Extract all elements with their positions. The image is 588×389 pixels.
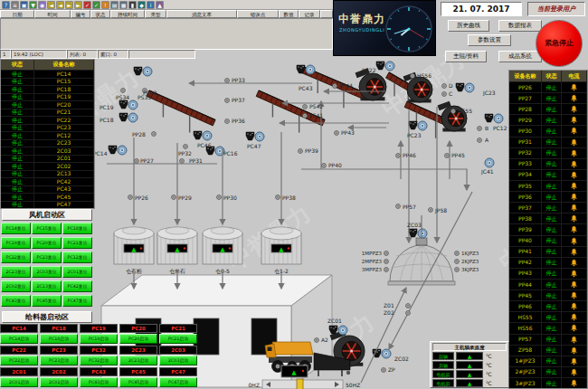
bell-icon[interactable]: !: [101, 1, 109, 9]
fan-reset-button[interactable]: PC47复位: [62, 295, 92, 307]
hopper-icon[interactable]: [456, 83, 464, 91]
device-row[interactable]: 停止PC22: [1, 116, 94, 124]
silo[interactable]: ▲: [157, 227, 197, 264]
device-row[interactable]: 停止PC12: [1, 131, 94, 139]
feeder-start-button[interactable]: 2C03启动: [159, 356, 197, 365]
fan-reset-button[interactable]: PC43复位: [1, 295, 31, 307]
pause-icon[interactable]: ▮: [128, 1, 137, 9]
alarm-list[interactable]: [0, 18, 333, 50]
print-icon[interactable]: ▤: [110, 1, 119, 9]
info-icon[interactable]: i: [147, 1, 155, 9]
device-row[interactable]: 停止PC23: [1, 124, 94, 132]
fan-reset-button[interactable]: PC12复位: [62, 251, 92, 263]
feeder-start-button[interactable]: PC19启动: [80, 334, 118, 344]
hopper-icon[interactable]: [134, 67, 142, 75]
hopper-fan-unit[interactable]: [485, 114, 503, 123]
device-row[interactable]: 停止2C13: [1, 170, 94, 178]
device-row[interactable]: 停止2C01: [1, 155, 94, 163]
help-icon[interactable]: ?: [2, 1, 10, 9]
frequency-slider[interactable]: [262, 379, 343, 389]
device-row[interactable]: PP38停止: [509, 213, 587, 223]
device-row[interactable]: 停止PC47: [1, 201, 94, 209]
device-row[interactable]: 停止2C23: [1, 139, 94, 147]
save-icon[interactable]: ▣: [20, 1, 28, 9]
silo[interactable]: ▲: [203, 227, 242, 264]
hopper-fan-unit[interactable]: [409, 229, 427, 238]
fan-reset-button[interactable]: PC23复位: [32, 251, 62, 263]
last-icon[interactable]: ►: [74, 1, 82, 9]
feeder-start-button[interactable]: 2C02启动: [40, 377, 78, 387]
device-row[interactable]: PP43停止: [509, 268, 587, 279]
device-row[interactable]: 停止2C03: [1, 147, 94, 155]
filter-icon[interactable]: ▼: [29, 1, 37, 9]
fan-reset-button[interactable]: 2C23复位: [1, 266, 31, 278]
fan-unit[interactable]: [485, 158, 494, 167]
feeder-start-button[interactable]: PC45启动: [119, 377, 157, 387]
hopper-icon[interactable]: [485, 114, 493, 122]
sort-icon[interactable]: ▲: [156, 1, 164, 9]
feeder-start-button[interactable]: PC32启动: [80, 356, 118, 365]
fan-reset-button[interactable]: PC14复位: [1, 223, 31, 234]
device-row[interactable]: HS55停止: [509, 311, 587, 322]
device-row[interactable]: PP33停止: [509, 158, 587, 169]
hopper-icon[interactable]: [109, 146, 117, 154]
feeder-start-button[interactable]: PC23启动: [40, 356, 78, 365]
device-row[interactable]: 停止PC42: [1, 177, 94, 185]
hopper-fan-unit[interactable]: [109, 146, 127, 155]
fan-reset-button[interactable]: 2C03复位: [32, 266, 62, 278]
device-row[interactable]: 停止PC15: [1, 78, 94, 86]
silo[interactable]: ▲: [261, 227, 301, 264]
hopper-icon[interactable]: [119, 113, 128, 121]
emergency-stop-button[interactable]: 紧急停止: [536, 20, 583, 67]
device-row[interactable]: ZP58停止: [509, 345, 587, 356]
device-row[interactable]: 停止PC14: [1, 70, 94, 78]
feeder-start-button[interactable]: 2C23启动: [119, 356, 157, 365]
device-row[interactable]: 停止PC20: [1, 100, 94, 109]
device-row[interactable]: PP37停止: [509, 202, 587, 213]
feeder-start-button[interactable]: PC18启动: [40, 334, 78, 344]
hopper-icon[interactable]: [409, 229, 417, 237]
hopper-fan-unit[interactable]: [373, 349, 391, 358]
device-row[interactable]: PP26停止: [509, 81, 587, 92]
device-row[interactable]: 停止PC43: [1, 185, 94, 194]
device-row[interactable]: 停止PC21: [1, 109, 94, 117]
ack-icon[interactable]: ✓: [83, 1, 91, 9]
device-row[interactable]: 停止2C02: [1, 162, 94, 170]
device-row[interactable]: PP46停止: [509, 300, 587, 311]
feeder-start-button[interactable]: PC20启动: [119, 334, 157, 344]
device-row[interactable]: 2#JPZ3停止: [509, 366, 587, 377]
ack-all-icon[interactable]: ✓: [92, 1, 100, 9]
fan-reset-button[interactable]: 2C02复位: [1, 280, 31, 292]
device-row[interactable]: PP31停止: [509, 137, 587, 147]
header-button-1[interactable]: 数据报表: [498, 20, 542, 32]
device-row[interactable]: PP45停止: [509, 289, 587, 300]
find-icon[interactable]: ◉: [38, 1, 46, 9]
hopper-fan-unit[interactable]: [119, 100, 138, 109]
header-button-3[interactable]: 主辊/资料: [445, 51, 487, 62]
device-row[interactable]: PP40停止: [509, 235, 587, 246]
hopper-fan-unit[interactable]: [376, 62, 394, 71]
device-row[interactable]: PP36停止: [509, 191, 587, 202]
fan-reset-button[interactable]: PC18复位: [62, 223, 92, 234]
feeder-start-button[interactable]: PC47启动: [159, 377, 197, 387]
device-row[interactable]: PP44停止: [509, 279, 587, 289]
header-button-2[interactable]: 参数设置: [468, 34, 511, 46]
next-icon[interactable]: ►: [65, 1, 73, 9]
hopper-fan-unit[interactable]: [194, 131, 212, 140]
device-row[interactable]: PP30停止: [509, 125, 587, 136]
hopper-fan-unit[interactable]: [456, 83, 474, 92]
device-row[interactable]: 1#JPZ3停止: [509, 356, 587, 366]
fan-reset-button[interactable]: PC15复位: [32, 223, 62, 234]
device-row[interactable]: PP28停止: [509, 103, 587, 114]
hopper-fan-unit[interactable]: [134, 67, 152, 76]
device-row[interactable]: PP39停止: [509, 223, 587, 234]
first-icon[interactable]: ◄: [47, 1, 55, 9]
hopper-fan-unit[interactable]: [119, 113, 138, 122]
slider-handle[interactable]: [297, 379, 303, 389]
fan-reset-button[interactable]: PC21复位: [62, 237, 92, 249]
crusher[interactable]: [438, 101, 467, 132]
list-icon[interactable]: ≡: [11, 1, 19, 9]
hopper-fan-unit[interactable]: [409, 121, 427, 130]
feeder-start-button[interactable]: PC14启动: [0, 334, 38, 344]
device-row[interactable]: 停止PC45: [1, 193, 94, 201]
